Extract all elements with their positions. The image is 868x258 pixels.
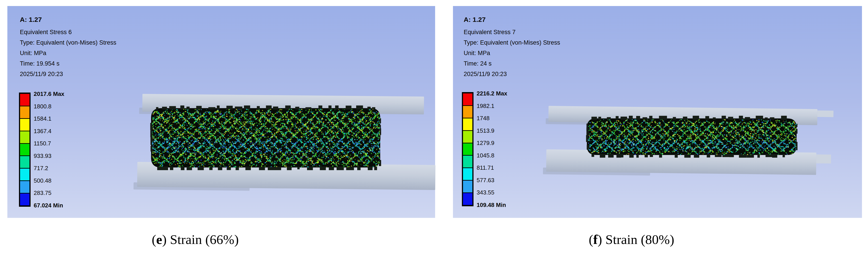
stress-legend: 2017.6 Max1800.81584.11367.41150.7933.93… bbox=[19, 93, 93, 207]
result-type: Type: Equivalent (von-Mises) Stress bbox=[20, 37, 116, 48]
ansys-viewport-f: A: 1.27 Equivalent Stress 7 Type: Equiva… bbox=[453, 6, 862, 218]
result-name: Equivalent Stress 7 bbox=[464, 27, 560, 37]
result-info-block: A: 1.27 Equivalent Stress 6 Type: Equiva… bbox=[20, 16, 116, 79]
legend-label: 1045.8 bbox=[476, 152, 494, 159]
legend-band bbox=[20, 131, 29, 143]
result-unit: Unit: MPa bbox=[20, 48, 116, 58]
caption-paren-open: ( bbox=[589, 232, 593, 247]
result-time: Time: 19.954 s bbox=[20, 58, 116, 69]
analysis-label: A: 1.27 bbox=[20, 16, 116, 24]
legend-label: 500.48 bbox=[34, 177, 52, 184]
caption-text: Strain (66%) bbox=[167, 232, 239, 247]
result-info-block: A: 1.27 Equivalent Stress 7 Type: Equiva… bbox=[464, 16, 560, 79]
legend-label: 109.48 Min bbox=[476, 201, 506, 208]
result-name: Equivalent Stress 6 bbox=[20, 27, 116, 37]
caption-text: Strain (80%) bbox=[602, 232, 674, 247]
legend-label: 1800.8 bbox=[34, 103, 52, 110]
legend-band bbox=[20, 94, 29, 106]
legend-band bbox=[463, 156, 472, 167]
stress-legend: 2216.2 Max1982.117481513.91279.91045.881… bbox=[462, 92, 535, 206]
legend-color-bar bbox=[462, 92, 473, 206]
result-time: Time: 24 s bbox=[464, 58, 560, 69]
legend-label: 1982.1 bbox=[476, 103, 494, 109]
legend-color-bar bbox=[19, 93, 31, 207]
legend-labels: 2216.2 Max1982.117481513.91279.91045.881… bbox=[476, 92, 532, 206]
legend-band bbox=[463, 181, 472, 192]
legend-band bbox=[20, 144, 29, 156]
legend-band bbox=[20, 106, 29, 118]
legend-band bbox=[463, 143, 472, 155]
legend-label: 1279.9 bbox=[476, 139, 494, 147]
legend-label: 2216.2 Max bbox=[476, 90, 507, 97]
ansys-viewport-e: A: 1.27 Equivalent Stress 6 Type: Equiva… bbox=[7, 6, 435, 218]
legend-band bbox=[463, 119, 472, 130]
legend-band bbox=[463, 93, 472, 105]
caption-letter: f bbox=[593, 232, 597, 247]
legend-label: 1748 bbox=[476, 115, 490, 122]
legend-band bbox=[20, 169, 29, 181]
legend-band bbox=[463, 193, 472, 205]
legend-label: 1367.4 bbox=[34, 128, 52, 135]
legend-label: 933.93 bbox=[34, 153, 52, 159]
result-datetime: 2025/11/9 20:23 bbox=[20, 69, 116, 79]
lattice-specimen-mesh bbox=[586, 116, 798, 158]
legend-label: 811.71 bbox=[476, 164, 494, 171]
legend-band bbox=[20, 119, 29, 131]
subfigure-caption-e: (e) Strain (66%) bbox=[152, 232, 239, 247]
legend-label: 2017.6 Max bbox=[34, 91, 64, 97]
result-datetime: 2025/11/9 20:23 bbox=[464, 69, 560, 79]
legend-band bbox=[463, 131, 472, 143]
legend-label: 1584.1 bbox=[34, 115, 52, 122]
result-type: Type: Equivalent (von-Mises) Stress bbox=[464, 37, 560, 48]
caption-paren-close: ) bbox=[162, 232, 167, 247]
plate-tail bbox=[817, 110, 833, 117]
legend-label: 1513.9 bbox=[476, 127, 494, 134]
legend-label: 343.55 bbox=[476, 189, 494, 196]
legend-label: 577.63 bbox=[476, 177, 494, 184]
legend-label: 67.024 Min bbox=[34, 202, 63, 209]
legend-band bbox=[463, 168, 472, 180]
legend-band bbox=[20, 156, 29, 168]
plate-tail bbox=[816, 154, 831, 163]
subfigure-caption-f: (f) Strain (80%) bbox=[589, 232, 674, 247]
legend-label: 1150.7 bbox=[34, 140, 51, 147]
legend-band bbox=[20, 194, 29, 205]
caption-paren-close: ) bbox=[597, 232, 602, 247]
analysis-label: A: 1.27 bbox=[464, 16, 560, 24]
caption-paren-open: ( bbox=[152, 232, 156, 247]
legend-band bbox=[20, 181, 29, 193]
legend-label: 717.2 bbox=[34, 165, 48, 172]
caption-letter: e bbox=[156, 232, 162, 247]
result-unit: Unit: MPa bbox=[464, 48, 560, 58]
lattice-specimen-mesh bbox=[150, 105, 381, 170]
legend-labels: 2017.6 Max1800.81584.11367.41150.7933.93… bbox=[34, 93, 90, 207]
legend-band bbox=[463, 106, 472, 118]
legend-label: 283.75 bbox=[34, 190, 52, 196]
